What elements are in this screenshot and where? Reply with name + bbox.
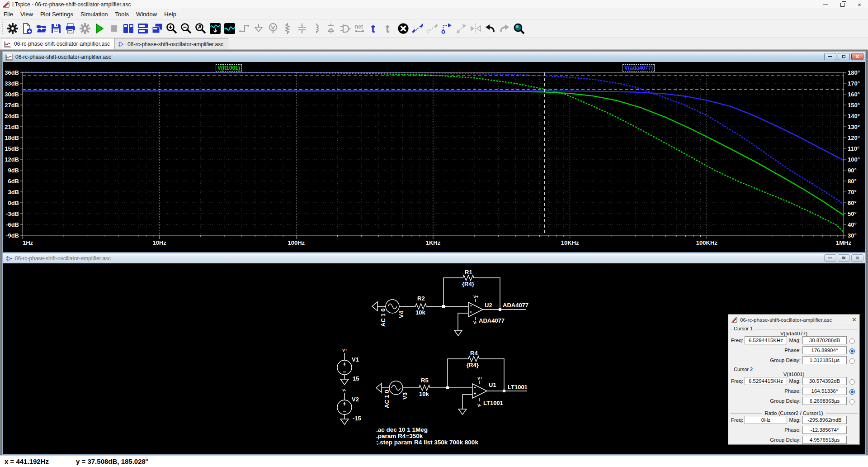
plot-settings-icon[interactable] [222, 21, 237, 36]
label-r1-value[interactable]: {R4} [462, 281, 474, 287]
label-v1-value[interactable]: 15 [353, 375, 359, 382]
net-flag-ada4077[interactable]: ADA4077 [503, 302, 528, 309]
control-panel-icon[interactable] [5, 21, 20, 36]
cursor2-phase-radio[interactable] [849, 389, 855, 395]
menu-help[interactable]: Help [160, 10, 180, 19]
spice-directive-ac[interactable]: .ac dec 10 1 1Meg [376, 426, 428, 433]
move-icon[interactable] [439, 21, 454, 36]
label-u2-part[interactable]: ADA4077 [479, 317, 505, 324]
menu-view[interactable]: View [17, 10, 37, 19]
cursor-dialog[interactable]: 06-rc-phase-shift-oscillator-amplifier.a… [728, 314, 860, 445]
cut-icon[interactable] [396, 21, 410, 36]
cascade-icon[interactable] [150, 21, 165, 36]
label-r5-value[interactable]: 10k [419, 391, 429, 397]
cursor1-phase-box[interactable]: 176.89904° [802, 346, 847, 354]
cursor2-groupdelay-box[interactable]: 6.2698363µs [802, 397, 847, 405]
copy-icon[interactable] [410, 21, 425, 36]
cursor-dialog-close-icon[interactable]: ✕ [852, 316, 857, 323]
menu-simulation[interactable]: Simulation [77, 10, 112, 19]
text-icon[interactable]: t [367, 21, 382, 36]
trace-label-vada4077[interactable]: V(ada4077) [623, 64, 655, 71]
cursor1-freq-box[interactable]: 6.5294415KHz [745, 336, 787, 344]
ratio-freq-box[interactable]: 0Hz [745, 416, 787, 424]
label-r1[interactable]: R1 [465, 269, 472, 276]
net-flag-lt1001[interactable]: LT1001 [508, 384, 528, 391]
menu-tools[interactable]: Tools [112, 10, 132, 19]
svg-text:30°: 30° [848, 232, 857, 239]
restore-button[interactable] [834, 0, 851, 9]
ratio-phase-box[interactable]: -12.385674° [802, 426, 847, 434]
label-v4[interactable]: V4 [398, 310, 405, 318]
ratio-mag-box[interactable]: -295.8962mdB [802, 416, 847, 424]
phase-label: Phase: [782, 388, 801, 394]
capacitor-icon [295, 21, 309, 36]
cursor2-freq-box[interactable]: 6.5294415KHz [745, 377, 787, 385]
cursor2-phase-box[interactable]: 164.51336° [802, 387, 847, 395]
print-icon[interactable] [63, 21, 78, 36]
ratio-groupdelay-box[interactable]: 4.9576513µs [802, 436, 847, 444]
menu-file[interactable]: File [0, 10, 17, 19]
label-r5[interactable]: R5 [421, 377, 429, 384]
spice-directive-step[interactable]: ;.step param R4 list 350k 700k 800k [376, 439, 478, 446]
plot-maximize-button[interactable] [838, 53, 850, 60]
find-icon[interactable] [512, 21, 526, 36]
tile-vertical-icon[interactable] [121, 21, 136, 36]
cursor1-mag-box[interactable]: 30.870288dB [802, 336, 847, 344]
menu-window[interactable]: Window [132, 10, 160, 19]
minimize-button[interactable] [816, 0, 834, 9]
status-x-coordinate: x = 441.192Hz [5, 457, 49, 465]
label-u1[interactable]: U1 [489, 381, 496, 388]
cursor-dialog-titlebar[interactable]: 06-rc-phase-shift-oscillator-amplifier.a… [728, 315, 859, 325]
schem-maximize-button[interactable] [838, 254, 850, 262]
tile-horizontal-icon[interactable] [136, 21, 150, 36]
label-v3-value[interactable]: AC 1 0 [383, 390, 390, 408]
svg-text:10Hz: 10Hz [152, 239, 166, 246]
tab-waveform[interactable]: 06-rc-phase-shift-oscillator-amplifier.a… [1, 38, 115, 49]
new-schematic-icon[interactable] [20, 21, 34, 36]
label-v4-value[interactable]: AC 1 0 [380, 309, 387, 327]
label-v3[interactable]: V3 [401, 392, 408, 400]
schematic-window-titlebar[interactable]: 06-rc-phase-shift-oscillator-amplifier.a… [3, 253, 865, 263]
label-r4[interactable]: R4 [470, 350, 478, 357]
zoom-extents-icon[interactable] [193, 21, 208, 36]
open-icon[interactable] [34, 21, 49, 36]
schem-close-button[interactable]: ✕ [851, 254, 863, 262]
cursor2-groupdelay-radio[interactable] [849, 399, 855, 405]
cursor2-mag-box[interactable]: 30.574392dB [802, 377, 847, 385]
label-v2-value[interactable]: -15 [353, 415, 361, 422]
label-r4-value[interactable]: {R4} [467, 362, 479, 368]
tab-label: 06-rc-phase-shift-oscillator-amplifier.a… [14, 41, 110, 47]
schem-minimize-button[interactable] [824, 254, 836, 262]
bode-plot[interactable]: 36dB33dB30dB27dB24dB21dB18dB15dB12dB9dB6… [3, 62, 865, 252]
save-icon[interactable] [49, 21, 63, 36]
cursor1-groupdelay-radio[interactable] [849, 358, 855, 364]
waveform-window-titlebar[interactable]: 06-rc-phase-shift-oscillator-amplifier.a… [3, 52, 865, 62]
label-r2-value[interactable]: 10k [415, 309, 425, 316]
menu-bar: File View Plot Settings Simulation Tools… [0, 9, 868, 19]
trace-label-vlt1001[interactable]: V(lt1001) [216, 64, 242, 71]
zoom-out-icon[interactable] [179, 21, 193, 36]
cursor2-mag-radio[interactable] [849, 379, 855, 385]
cursor1-groupdelay-box[interactable]: 1.3121851µs [802, 356, 847, 364]
svg-text:90°: 90° [848, 167, 857, 174]
label-v2[interactable]: V2 [352, 396, 359, 403]
label-v1[interactable]: V1 [352, 356, 359, 363]
svg-text:30dB: 30dB [5, 91, 19, 98]
label-u1-part[interactable]: LT1001 [483, 400, 503, 406]
close-button[interactable]: × [851, 0, 868, 9]
plot-minimize-button[interactable] [824, 53, 836, 60]
spice-directive-param[interactable]: .param R4=350k [376, 433, 423, 439]
run-icon[interactable] [92, 21, 107, 36]
tab-schematic[interactable]: 06-rc-phase-shift-oscillator-amplifier.a… [115, 38, 228, 49]
zoom-in-icon[interactable] [165, 21, 179, 36]
svg-text:100Hz: 100Hz [288, 239, 305, 246]
label-u2[interactable]: U2 [485, 302, 492, 309]
mag-label: Mag: [789, 378, 801, 384]
label-r2[interactable]: R2 [417, 295, 425, 302]
menu-plot-settings[interactable]: Plot Settings [37, 10, 77, 19]
cursor1-mag-radio[interactable] [849, 338, 855, 344]
cursor1-phase-radio[interactable] [849, 348, 855, 354]
plot-close-button[interactable]: ✕ [851, 53, 863, 60]
undo-icon[interactable] [483, 21, 497, 36]
autorange-icon[interactable] [208, 21, 222, 36]
